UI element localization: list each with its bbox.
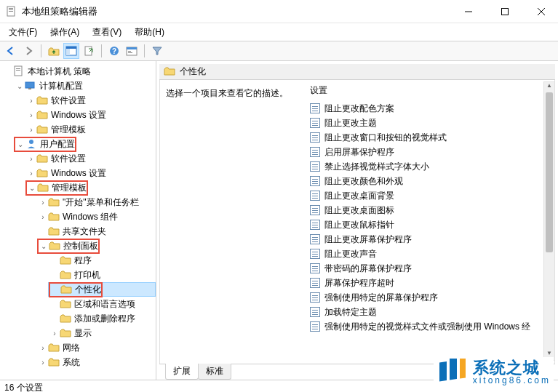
- tree-uc-windows[interactable]: ›Windows 设置: [25, 166, 156, 180]
- folder-icon: [36, 95, 48, 106]
- tree-root[interactable]: 本地计算机 策略: [1, 64, 156, 79]
- scroll-up-icon[interactable]: ▲: [544, 82, 554, 92]
- setting-item[interactable]: 强制使用特定的视觉样式文件或强制使用 Windows 经: [310, 319, 554, 334]
- setting-label: 阻止更改窗口和按钮的视觉样式: [324, 132, 447, 144]
- chevron-right-icon[interactable]: ›: [38, 359, 48, 367]
- highlight-box: ⌄ 用户配置: [14, 137, 76, 152]
- maximize-button[interactable]: [494, 3, 516, 20]
- chevron-right-icon[interactable]: ›: [26, 111, 36, 119]
- forward-button[interactable]: [20, 43, 36, 59]
- chevron-right-icon[interactable]: ›: [26, 169, 36, 177]
- policy-setting-icon: [310, 292, 320, 303]
- setting-item[interactable]: 阻止更改声音: [310, 247, 554, 261]
- chevron-right-icon[interactable]: ›: [26, 97, 36, 105]
- setting-item[interactable]: 阻止更改屏幕保护程序: [310, 232, 554, 247]
- setting-item[interactable]: 阻止更改颜色和外观: [310, 174, 554, 188]
- menu-action[interactable]: 操作(A): [47, 25, 82, 40]
- policy-setting-icon: [310, 161, 320, 172]
- setting-item[interactable]: 启用屏幕保护程序: [310, 145, 554, 159]
- setting-item[interactable]: 加载特定主题: [310, 305, 554, 319]
- tree-computer-config[interactable]: ⌄ 计算机配置: [13, 79, 156, 93]
- chevron-right-icon[interactable]: ›: [38, 344, 48, 352]
- chevron-down-icon[interactable]: ⌄: [15, 140, 25, 148]
- column-header-settings[interactable]: 设置: [310, 84, 554, 97]
- tree-cc-windows[interactable]: ›Windows 设置: [25, 108, 156, 122]
- chevron-right-icon[interactable]: ›: [49, 329, 60, 337]
- chevron-right-icon[interactable]: ›: [38, 213, 48, 221]
- svg-rect-18: [15, 66, 22, 76]
- vertical-scrollbar[interactable]: ▲ ▼: [543, 81, 555, 361]
- svg-rect-24: [439, 361, 447, 381]
- chevron-right-icon[interactable]: ›: [38, 199, 48, 207]
- tree-cp-region[interactable]: 区域和语言选项: [48, 297, 156, 311]
- tree-uc-software[interactable]: ›软件设置: [25, 151, 156, 166]
- spacer: [49, 300, 60, 308]
- tree-control-panel[interactable]: ⌄ 控制面板: [36, 239, 156, 253]
- tree-cp-printers[interactable]: 打印机: [48, 268, 156, 282]
- tree-cp-display[interactable]: ›显示: [48, 326, 156, 340]
- menu-help[interactable]: 帮助(H): [132, 25, 167, 40]
- setting-item[interactable]: 带密码的屏幕保护程序: [310, 261, 554, 276]
- setting-item[interactable]: 阻止更改鼠标指针: [310, 217, 554, 232]
- properties-button[interactable]: [124, 43, 140, 59]
- chevron-down-icon[interactable]: ⌄: [39, 242, 49, 250]
- tree-cc-software[interactable]: ›软件设置: [25, 93, 156, 108]
- setting-item[interactable]: 阻止更改配色方案: [310, 101, 554, 116]
- help-button[interactable]: ?: [106, 43, 122, 59]
- setting-label: 阻止更改配色方案: [324, 103, 394, 115]
- tree-cc-admin[interactable]: ›管理模板: [25, 122, 156, 137]
- tree-user-config[interactable]: ⌄ 用户配置: [13, 137, 156, 151]
- tree-cp-personalization[interactable]: 个性化: [48, 282, 156, 297]
- setting-item[interactable]: 禁止选择视觉样式字体大小: [310, 159, 554, 174]
- watermark-line2: xitong86.com: [473, 376, 551, 385]
- tree-pane: 本地计算机 策略 ⌄ 计算机配置 ›软件设置 ›Windows 设置 ›管理模板: [0, 61, 156, 380]
- tree-cp-programs[interactable]: 程序: [48, 253, 156, 268]
- description-hint: 选择一个项目来查看它的描述。: [166, 87, 300, 100]
- policy-icon: [13, 65, 25, 77]
- chevron-down-icon[interactable]: ⌄: [15, 82, 25, 90]
- up-button[interactable]: [46, 43, 62, 59]
- tree-win-components[interactable]: ›Windows 组件: [36, 209, 156, 224]
- tree-cp-addremove[interactable]: 添加或删除程序: [48, 311, 156, 326]
- separator: [144, 44, 145, 57]
- tree-network[interactable]: ›网络: [36, 340, 156, 355]
- settings-list: 设置 阻止更改配色方案阻止更改主题阻止更改窗口和按钮的视觉样式启用屏幕保护程序禁…: [306, 80, 554, 364]
- setting-item[interactable]: 强制使用特定的屏幕保护程序: [310, 290, 554, 305]
- tree-uc-admin[interactable]: ⌄ 管理模板: [25, 180, 156, 195]
- show-hide-tree-button[interactable]: [63, 43, 79, 59]
- title-bar: 本地组策略编辑器: [0, 0, 558, 23]
- tree-system[interactable]: ›系统: [36, 355, 156, 369]
- export-button[interactable]: [81, 43, 97, 59]
- setting-item[interactable]: 阻止更改窗口和按钮的视觉样式: [310, 130, 554, 145]
- folder-icon: [60, 313, 71, 324]
- chevron-right-icon[interactable]: ›: [26, 155, 36, 163]
- setting-item[interactable]: 阻止更改主题: [310, 116, 554, 130]
- menu-file[interactable]: 文件(F): [6, 25, 40, 40]
- scroll-thumb[interactable]: [546, 92, 553, 252]
- tree-label: "开始"菜单和任务栏: [63, 196, 139, 209]
- filter-button[interactable]: [149, 43, 165, 59]
- chevron-right-icon[interactable]: ›: [26, 126, 36, 134]
- folder-icon: [48, 356, 60, 368]
- tree-label: 控制面板: [63, 240, 98, 252]
- setting-item[interactable]: 阻止更改桌面背景: [310, 188, 554, 203]
- folder-icon: [36, 167, 48, 179]
- main-area: 本地计算机 策略 ⌄ 计算机配置 ›软件设置 ›Windows 设置 ›管理模板: [0, 61, 558, 380]
- window-controls: [458, 3, 552, 20]
- setting-item[interactable]: 阻止更改桌面图标: [310, 203, 554, 217]
- tree-label: Windows 设置: [51, 167, 106, 180]
- policy-setting-icon: [310, 220, 320, 230]
- setting-item[interactable]: 屏幕保护程序超时: [310, 276, 554, 290]
- close-button[interactable]: [530, 3, 552, 20]
- setting-label: 阻止更改颜色和外观: [324, 175, 403, 188]
- tab-extended[interactable]: 扩展: [165, 364, 199, 380]
- tree-shared-folders[interactable]: 共享文件夹: [36, 224, 156, 239]
- folder-icon: [60, 327, 71, 339]
- chevron-down-icon[interactable]: ⌄: [27, 184, 37, 192]
- tree-start-taskbar[interactable]: ›"开始"菜单和任务栏: [36, 195, 156, 209]
- menu-view[interactable]: 查看(V): [89, 25, 124, 40]
- tab-standard[interactable]: 标准: [198, 364, 231, 380]
- svg-rect-1: [9, 8, 13, 9]
- minimize-button[interactable]: [458, 3, 479, 20]
- back-button[interactable]: [3, 43, 19, 59]
